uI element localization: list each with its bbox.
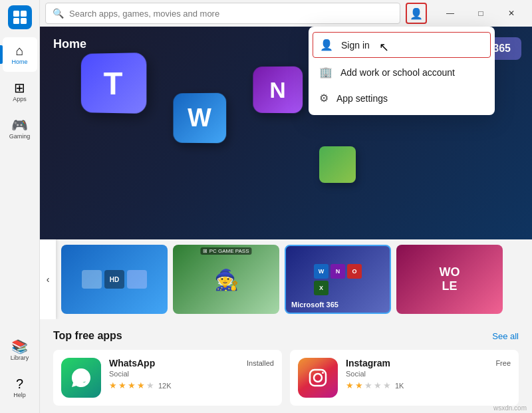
- whatsapp-rating: 12K: [158, 382, 172, 390]
- ig-star-5: ★: [383, 380, 391, 390]
- star-3: ★: [128, 380, 136, 390]
- sidebar-item-gaming[interactable]: 🎮 Gaming: [3, 112, 37, 146]
- star-1: ★: [109, 380, 117, 390]
- watermark: wsxdn.com: [493, 404, 527, 412]
- instagram-status: Free: [495, 359, 511, 367]
- svg-rect-2: [13, 18, 19, 24]
- search-input[interactable]: [69, 9, 393, 19]
- dropdown-settings-label: App settings: [336, 93, 388, 104]
- carousel: ‹ HD ⊞ PC GAME PASS 🧙: [40, 239, 532, 319]
- star-2: ★: [118, 380, 126, 390]
- carousel-item-3[interactable]: W N O X Microsoft 365: [285, 245, 391, 314]
- svg-point-7: [322, 372, 324, 374]
- apps-icon: ⊞: [14, 81, 25, 94]
- carousel-item-4[interactable]: WOLE: [396, 245, 503, 314]
- app-grid: WhatsApp Installed Social ★ ★ ★ ★ ★ 12K: [53, 350, 519, 406]
- sidebar: ⌂ Home ⊞ Apps 🎮 Gaming 📚 Library ? Help: [0, 0, 40, 413]
- ig-star-4: ★: [374, 380, 382, 390]
- work-account-icon: 🏢: [319, 66, 332, 78]
- dropdown-work-label: Add work or school account: [340, 67, 455, 78]
- ms365-carousel-label: Microsoft 365: [291, 301, 338, 309]
- onenote-icon: N: [253, 67, 303, 114]
- main-content: 🔍 👤 — □ ✕ Home Microsoft 365 T W N X: [40, 0, 532, 413]
- top-free-apps-section: Top free apps See all WhatsApp: [40, 319, 532, 413]
- sidebar-item-apps-label: Apps: [13, 96, 27, 102]
- sidebar-item-gaming-label: Gaming: [9, 133, 31, 140]
- gaming-icon: 🎮: [11, 118, 28, 132]
- svg-rect-3: [21, 18, 27, 24]
- carousel-left-arrow[interactable]: ‹: [40, 239, 56, 319]
- teams-icon: T: [81, 53, 147, 114]
- word-icon: W: [173, 93, 226, 144]
- sidebar-item-home[interactable]: ⌂ Home: [3, 37, 37, 72]
- minecraft-icon: [319, 146, 356, 183]
- signin-icon: 👤: [320, 39, 333, 51]
- instagram-name-row: Instagram Free: [346, 358, 511, 368]
- dropdown-work-account[interactable]: 🏢 Add work or school account: [309, 59, 495, 85]
- whatsapp-stars: ★ ★ ★ ★ ★ 12K: [109, 380, 274, 390]
- see-all-link[interactable]: See all: [492, 331, 519, 341]
- search-icon: 🔍: [53, 8, 64, 19]
- dropdown-signin[interactable]: 👤 Sign in: [313, 32, 491, 58]
- svg-point-6: [314, 374, 322, 382]
- whatsapp-status: Installed: [247, 359, 274, 367]
- whatsapp-category: Social: [109, 370, 274, 378]
- sidebar-item-library-label: Library: [11, 354, 29, 361]
- carousel-item-1[interactable]: HD: [61, 245, 168, 314]
- close-button[interactable]: ✕: [496, 3, 527, 24]
- carousel-items: HD ⊞ PC GAME PASS 🧙 W: [56, 239, 532, 319]
- sidebar-item-apps[interactable]: ⊞ Apps: [3, 74, 37, 109]
- titlebar: 🔍 👤 — □ ✕: [40, 0, 532, 27]
- whatsapp-name: WhatsApp: [109, 358, 155, 368]
- whatsapp-info: WhatsApp Installed Social ★ ★ ★ ★ ★ 12K: [109, 358, 274, 390]
- star-4: ★: [137, 380, 145, 390]
- app-card-instagram[interactable]: Instagram Free Social ★ ★ ★ ★ ★ 1K: [290, 350, 519, 406]
- settings-icon: ⚙: [319, 92, 329, 104]
- home-icon: ⌂: [15, 44, 23, 57]
- help-icon: ?: [16, 377, 23, 390]
- sidebar-item-help-label: Help: [13, 392, 26, 398]
- svg-rect-0: [13, 11, 19, 17]
- app-logo: [8, 5, 32, 29]
- instagram-app-icon: [298, 358, 338, 398]
- sidebar-item-help[interactable]: ? Help: [3, 370, 37, 405]
- instagram-rating: 1K: [395, 382, 404, 390]
- search-bar[interactable]: 🔍: [45, 3, 400, 24]
- star-5: ★: [146, 380, 154, 390]
- section-header: Top free apps See all: [53, 330, 519, 342]
- sidebar-item-library[interactable]: 📚 Library: [3, 333, 37, 368]
- section-title: Top free apps: [53, 330, 122, 342]
- instagram-info: Instagram Free Social ★ ★ ★ ★ ★ 1K: [346, 358, 511, 390]
- instagram-category: Social: [346, 370, 511, 378]
- whatsapp-name-row: WhatsApp Installed: [109, 358, 274, 368]
- instagram-name: Instagram: [346, 358, 390, 368]
- sidebar-item-home-label: Home: [11, 59, 27, 65]
- window-controls: — □ ✕: [435, 3, 527, 24]
- gamepass-badge: ⊞ PC GAME PASS: [200, 247, 251, 255]
- whatsapp-app-icon: [61, 358, 101, 398]
- library-icon: 📚: [11, 340, 28, 353]
- carousel-item-2[interactable]: ⊞ PC GAME PASS 🧙: [173, 245, 279, 314]
- ig-star-1: ★: [346, 380, 354, 390]
- minimize-button[interactable]: —: [435, 3, 466, 24]
- account-button[interactable]: 👤: [406, 3, 427, 24]
- app-card-whatsapp[interactable]: WhatsApp Installed Social ★ ★ ★ ★ ★ 12K: [53, 350, 282, 406]
- ig-star-2: ★: [355, 380, 363, 390]
- svg-rect-1: [21, 11, 27, 17]
- dropdown-app-settings[interactable]: ⚙ App settings: [309, 85, 495, 111]
- maximize-button[interactable]: □: [466, 3, 496, 24]
- instagram-stars: ★ ★ ★ ★ ★ 1K: [346, 380, 511, 390]
- dropdown-signin-label: Sign in: [341, 40, 370, 51]
- ig-star-3: ★: [364, 380, 372, 390]
- account-dropdown: 👤 Sign in 🏢 Add work or school account ⚙…: [309, 27, 495, 115]
